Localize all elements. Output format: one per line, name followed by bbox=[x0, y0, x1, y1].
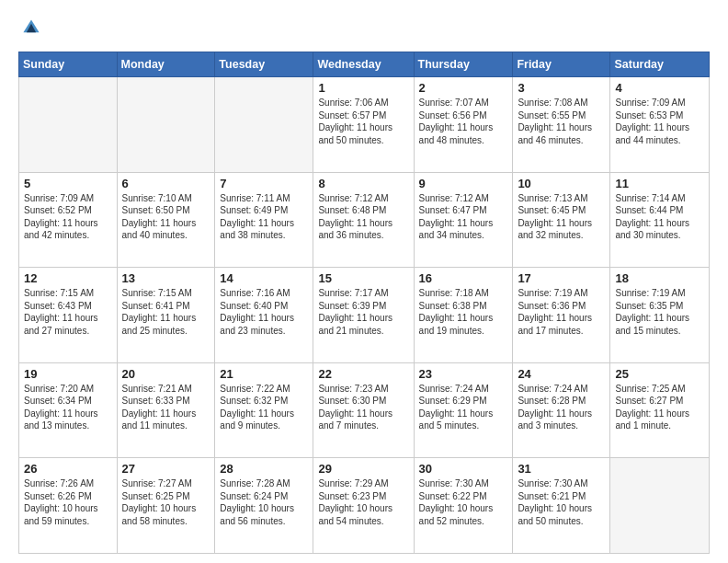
day-cell: 14Sunrise: 7:16 AM Sunset: 6:40 PM Dayli… bbox=[215, 268, 313, 363]
day-cell bbox=[215, 77, 313, 173]
day-info: Sunrise: 7:09 AM Sunset: 6:52 PM Dayligh… bbox=[24, 192, 112, 242]
week-row-3: 19Sunrise: 7:20 AM Sunset: 6:34 PM Dayli… bbox=[19, 362, 710, 458]
day-number: 22 bbox=[318, 367, 408, 381]
day-number: 10 bbox=[518, 177, 605, 190]
day-number: 19 bbox=[24, 367, 112, 381]
day-cell: 6Sunrise: 7:10 AM Sunset: 6:50 PM Daylig… bbox=[117, 172, 215, 268]
day-info: Sunrise: 7:11 AM Sunset: 6:49 PM Dayligh… bbox=[220, 192, 308, 242]
day-cell: 23Sunrise: 7:24 AM Sunset: 6:29 PM Dayli… bbox=[414, 362, 513, 458]
day-cell: 29Sunrise: 7:29 AM Sunset: 6:23 PM Dayli… bbox=[313, 458, 414, 554]
day-info: Sunrise: 7:10 AM Sunset: 6:50 PM Dayligh… bbox=[122, 192, 210, 242]
day-info: Sunrise: 7:19 AM Sunset: 6:35 PM Dayligh… bbox=[615, 287, 704, 337]
day-cell bbox=[610, 458, 710, 554]
day-info: Sunrise: 7:17 AM Sunset: 6:39 PM Dayligh… bbox=[318, 287, 408, 337]
day-number: 27 bbox=[122, 462, 210, 476]
day-info: Sunrise: 7:08 AM Sunset: 6:55 PM Dayligh… bbox=[518, 97, 605, 146]
week-row-1: 5Sunrise: 7:09 AM Sunset: 6:52 PM Daylig… bbox=[19, 172, 710, 268]
day-info: Sunrise: 7:14 AM Sunset: 6:44 PM Dayligh… bbox=[615, 192, 704, 242]
weekday-wednesday: Wednesday bbox=[313, 52, 414, 77]
day-number: 2 bbox=[419, 81, 508, 95]
week-row-4: 26Sunrise: 7:26 AM Sunset: 6:26 PM Dayli… bbox=[19, 458, 710, 554]
day-number: 17 bbox=[518, 271, 605, 285]
day-number: 13 bbox=[122, 271, 210, 285]
logo bbox=[18, 17, 44, 42]
day-number: 20 bbox=[122, 367, 210, 381]
week-row-2: 12Sunrise: 7:15 AM Sunset: 6:43 PM Dayli… bbox=[19, 268, 710, 363]
day-info: Sunrise: 7:21 AM Sunset: 6:33 PM Dayligh… bbox=[122, 383, 210, 432]
day-number: 16 bbox=[419, 271, 508, 285]
day-number: 11 bbox=[615, 177, 704, 190]
day-number: 12 bbox=[24, 271, 112, 285]
day-cell: 28Sunrise: 7:28 AM Sunset: 6:24 PM Dayli… bbox=[215, 458, 313, 554]
day-cell bbox=[19, 77, 118, 173]
day-number: 7 bbox=[220, 177, 308, 190]
day-cell: 1Sunrise: 7:06 AM Sunset: 6:57 PM Daylig… bbox=[313, 77, 414, 173]
day-number: 29 bbox=[318, 462, 408, 476]
logo-icon bbox=[20, 17, 42, 39]
day-info: Sunrise: 7:30 AM Sunset: 6:21 PM Dayligh… bbox=[518, 477, 605, 527]
day-number: 18 bbox=[615, 271, 704, 285]
day-cell: 7Sunrise: 7:11 AM Sunset: 6:49 PM Daylig… bbox=[215, 172, 313, 268]
calendar-table: SundayMondayTuesdayWednesdayThursdayFrid… bbox=[18, 52, 710, 554]
day-info: Sunrise: 7:29 AM Sunset: 6:23 PM Dayligh… bbox=[318, 477, 408, 527]
day-info: Sunrise: 7:24 AM Sunset: 6:28 PM Dayligh… bbox=[518, 383, 605, 432]
day-number: 4 bbox=[615, 81, 704, 95]
day-cell: 17Sunrise: 7:19 AM Sunset: 6:36 PM Dayli… bbox=[513, 268, 610, 363]
day-number: 14 bbox=[220, 271, 308, 285]
day-info: Sunrise: 7:24 AM Sunset: 6:29 PM Dayligh… bbox=[419, 383, 508, 432]
day-info: Sunrise: 7:15 AM Sunset: 6:43 PM Dayligh… bbox=[24, 287, 112, 337]
day-cell: 2Sunrise: 7:07 AM Sunset: 6:56 PM Daylig… bbox=[414, 77, 513, 173]
day-number: 9 bbox=[419, 177, 508, 190]
day-number: 6 bbox=[122, 177, 210, 190]
header bbox=[18, 17, 710, 42]
day-info: Sunrise: 7:16 AM Sunset: 6:40 PM Dayligh… bbox=[220, 287, 308, 337]
day-cell bbox=[117, 77, 215, 173]
day-info: Sunrise: 7:28 AM Sunset: 6:24 PM Dayligh… bbox=[220, 477, 308, 527]
day-number: 15 bbox=[318, 271, 408, 285]
day-number: 26 bbox=[24, 462, 112, 476]
day-info: Sunrise: 7:18 AM Sunset: 6:38 PM Dayligh… bbox=[419, 287, 508, 337]
day-number: 30 bbox=[419, 462, 508, 476]
day-info: Sunrise: 7:15 AM Sunset: 6:41 PM Dayligh… bbox=[122, 287, 210, 337]
day-number: 21 bbox=[220, 367, 308, 381]
day-info: Sunrise: 7:25 AM Sunset: 6:27 PM Dayligh… bbox=[615, 383, 704, 432]
day-cell: 19Sunrise: 7:20 AM Sunset: 6:34 PM Dayli… bbox=[19, 362, 118, 458]
day-cell: 3Sunrise: 7:08 AM Sunset: 6:55 PM Daylig… bbox=[513, 77, 610, 173]
day-info: Sunrise: 7:12 AM Sunset: 6:48 PM Dayligh… bbox=[318, 192, 408, 242]
day-cell: 15Sunrise: 7:17 AM Sunset: 6:39 PM Dayli… bbox=[313, 268, 414, 363]
day-number: 5 bbox=[24, 177, 112, 190]
day-cell: 10Sunrise: 7:13 AM Sunset: 6:45 PM Dayli… bbox=[513, 172, 610, 268]
day-info: Sunrise: 7:26 AM Sunset: 6:26 PM Dayligh… bbox=[24, 477, 112, 527]
day-cell: 27Sunrise: 7:27 AM Sunset: 6:25 PM Dayli… bbox=[117, 458, 215, 554]
day-info: Sunrise: 7:19 AM Sunset: 6:36 PM Dayligh… bbox=[518, 287, 605, 337]
weekday-monday: Monday bbox=[117, 52, 215, 77]
day-cell: 8Sunrise: 7:12 AM Sunset: 6:48 PM Daylig… bbox=[313, 172, 414, 268]
day-cell: 22Sunrise: 7:23 AM Sunset: 6:30 PM Dayli… bbox=[313, 362, 414, 458]
day-info: Sunrise: 7:23 AM Sunset: 6:30 PM Dayligh… bbox=[318, 383, 408, 432]
day-info: Sunrise: 7:27 AM Sunset: 6:25 PM Dayligh… bbox=[122, 477, 210, 527]
day-cell: 12Sunrise: 7:15 AM Sunset: 6:43 PM Dayli… bbox=[19, 268, 118, 363]
page: SundayMondayTuesdayWednesdayThursdayFrid… bbox=[0, 0, 728, 563]
day-info: Sunrise: 7:12 AM Sunset: 6:47 PM Dayligh… bbox=[419, 192, 508, 242]
day-info: Sunrise: 7:22 AM Sunset: 6:32 PM Dayligh… bbox=[220, 383, 308, 432]
weekday-saturday: Saturday bbox=[610, 52, 710, 77]
day-cell: 20Sunrise: 7:21 AM Sunset: 6:33 PM Dayli… bbox=[117, 362, 215, 458]
day-cell: 31Sunrise: 7:30 AM Sunset: 6:21 PM Dayli… bbox=[513, 458, 610, 554]
day-cell: 16Sunrise: 7:18 AM Sunset: 6:38 PM Dayli… bbox=[414, 268, 513, 363]
weekday-friday: Friday bbox=[513, 52, 610, 77]
day-number: 23 bbox=[419, 367, 508, 381]
week-row-0: 1Sunrise: 7:06 AM Sunset: 6:57 PM Daylig… bbox=[19, 77, 710, 173]
day-number: 25 bbox=[615, 367, 704, 381]
weekday-sunday: Sunday bbox=[19, 52, 118, 77]
day-cell: 30Sunrise: 7:30 AM Sunset: 6:22 PM Dayli… bbox=[414, 458, 513, 554]
day-cell: 24Sunrise: 7:24 AM Sunset: 6:28 PM Dayli… bbox=[513, 362, 610, 458]
day-number: 1 bbox=[318, 81, 408, 95]
day-cell: 18Sunrise: 7:19 AM Sunset: 6:35 PM Dayli… bbox=[610, 268, 710, 363]
day-info: Sunrise: 7:30 AM Sunset: 6:22 PM Dayligh… bbox=[419, 477, 508, 527]
day-cell: 26Sunrise: 7:26 AM Sunset: 6:26 PM Dayli… bbox=[19, 458, 118, 554]
day-info: Sunrise: 7:09 AM Sunset: 6:53 PM Dayligh… bbox=[615, 97, 704, 146]
day-info: Sunrise: 7:20 AM Sunset: 6:34 PM Dayligh… bbox=[24, 383, 112, 432]
day-info: Sunrise: 7:13 AM Sunset: 6:45 PM Dayligh… bbox=[518, 192, 605, 242]
day-cell: 21Sunrise: 7:22 AM Sunset: 6:32 PM Dayli… bbox=[215, 362, 313, 458]
weekday-thursday: Thursday bbox=[414, 52, 513, 77]
